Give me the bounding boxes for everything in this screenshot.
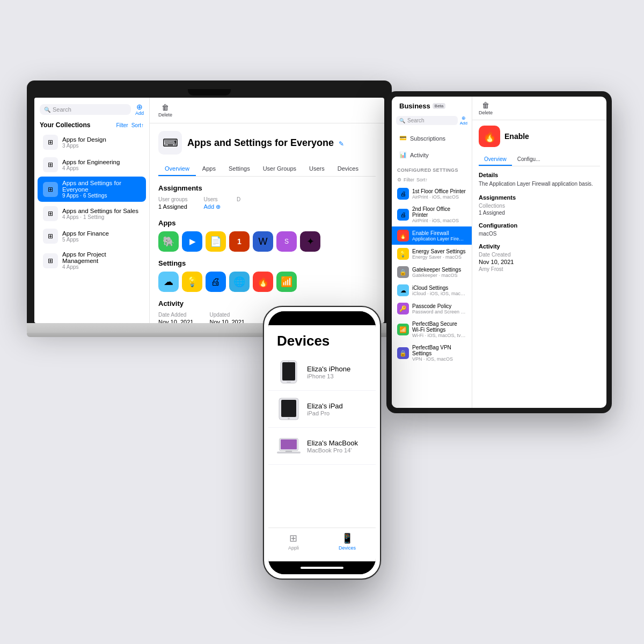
assignments-title: Assignments [479,194,600,201]
setting-icon[interactable]: 🖨 [206,272,226,292]
tablet-delete-button[interactable]: 🗑 Delete [479,101,493,115]
configuration-value: macOS [479,231,600,237]
activity-nav[interactable]: 📊 Activity [394,147,470,163]
detail-tab-overview[interactable]: Overview [479,153,512,166]
collection-icon: ⊞ [43,253,58,268]
phone-time: 9:41 [276,313,287,319]
collection-item[interactable]: ⊞ Apps for Engineering 4 Apps [38,154,146,175]
device-name: Eliza's iPad [307,402,367,410]
detail-tab-config[interactable]: Configu... [512,153,546,166]
collection-main-icon: ⌨ [158,131,182,155]
tab-settings[interactable]: Settings [222,162,257,176]
setting-item[interactable]: 🖨 2nd Floor Office Printer AirPrint · iO… [392,203,472,226]
setting-item[interactable]: 🔑 Passcode Policy Password and Screen Lo… [392,299,472,318]
collections-value: 1 Assigned [479,210,600,216]
setting-item[interactable]: ☁ iCloud Settings iCloud · iOS, iOS, mac… [392,281,472,299]
icloud-icon: ☁ [397,284,409,296]
collection-item-active[interactable]: ⊞ Apps and Settings for Everyone 9 Apps … [38,177,146,202]
collection-item[interactable]: ⊞ Apps for Finance 5 Apps [38,225,146,247]
macbook-icon [277,434,301,458]
apps-section-title: Apps [158,219,376,227]
collection-item[interactable]: ⊞ Apps and Settings for Sales 4 Apps · 1… [38,203,146,224]
vpn-icon: 🔒 [397,347,409,359]
setting-item[interactable]: 🔒 Gatekeeper Settings Gatekeeper · macOS [392,263,472,281]
app-icon[interactable]: W [253,231,273,252]
setting-icon[interactable]: 📶 [276,272,297,292]
users-add[interactable]: Add ⊕ [203,203,221,210]
detail-app-name: Enable [504,132,529,141]
passcode-icon: 🔑 [397,303,409,314]
app-icon[interactable]: 🐘 [158,231,179,252]
tablet-add-button[interactable]: ⊕ Add [460,115,467,126]
phone-device-item[interactable]: Eliza's iPad iPad Pro [268,391,376,428]
svg-rect-2 [287,382,291,383]
details-title: Details [479,172,600,178]
svg-rect-8 [281,440,297,449]
setting-item[interactable]: 🔒 PerfectBag VPN Settings VPN · iOS, mac… [392,341,472,365]
collection-icon: ⊞ [43,206,58,221]
tablet-search[interactable]: Search [407,118,425,123]
date-created-sub: Amy Frost [479,266,600,272]
svg-rect-5 [281,400,296,417]
search-icon: 🔍 [399,118,405,123]
details-text: The Application Layer Firewall applicati… [479,180,600,188]
device-sub: iPhone 13 [307,373,367,379]
delete-button[interactable]: 🗑 Delete [158,103,172,118]
filter-button[interactable]: Filter [116,122,128,128]
collection-item[interactable]: ⊞ Apps for Design 3 Apps [38,131,146,153]
svg-point-3 [288,361,289,362]
tab-devices[interactable]: Devices [331,162,365,176]
apps-row: 🐘 ▶ 📄 1 W S ✦ [158,231,376,252]
device-sub: MacBook Pro 14' [307,447,367,453]
svg-rect-10 [286,451,292,452]
phone-tab-devices[interactable]: 📱 Devices [339,532,356,551]
tablet-device: Business Beta 🔍 Search ⊕ Add [386,91,612,413]
gatekeeper-icon: 🔒 [397,266,409,278]
tab-users[interactable]: Users [303,162,331,176]
collections-label: Collections [479,203,600,209]
filter-label[interactable]: Filter [404,177,414,182]
subscriptions-nav[interactable]: 💳 Subscriptions [394,130,470,146]
app-icon[interactable]: S [276,231,297,252]
phone-tab-appli[interactable]: ⊞ Appli [288,532,299,551]
setting-icon[interactable]: 💡 [182,272,202,292]
user-groups-value: 1 Assigned [158,203,187,210]
app-icon[interactable]: 📄 [206,231,226,252]
tab-overview[interactable]: Overview [158,162,196,176]
phone-device-item[interactable]: Eliza's MacBook MacBook Pro 14' [268,428,376,465]
collection-icon: ⊞ [43,157,58,172]
nav-tabs: Overview Apps Settings User Groups Users… [158,162,376,177]
app-icon[interactable]: ✦ [300,231,320,252]
tab-apps[interactable]: Apps [196,162,222,176]
setting-item[interactable]: 💡 Energy Saver Settings Energy Saver · m… [392,245,472,263]
scene: 🔍 Search ⊕ Add Your Collections Filter S… [27,80,617,564]
sort-label[interactable]: Sort↑ [416,177,428,182]
app-icon[interactable]: ▶ [182,231,202,252]
printer-icon: 🖨 [397,209,409,221]
settings-section-title: Settings [158,259,376,267]
phone-signal: ●●● ▲ ■ [349,313,368,319]
users-label: Users [203,196,221,202]
phone-device-item[interactable]: Eliza's iPhone iPhone 13 [268,354,376,391]
setting-item[interactable]: 📶 PerfectBag Secure Wi-Fi Settings Wi-Fi… [392,318,472,341]
setting-icon[interactable]: 🔥 [253,272,273,292]
svg-point-6 [288,418,290,420]
tab-user-groups[interactable]: User Groups [257,162,303,176]
activity-section-title: Activity [479,243,600,250]
laptop-add-button[interactable]: ⊕ Add [135,103,144,116]
laptop-search-input[interactable]: Search [53,106,71,113]
collection-item[interactable]: ⊞ Apps for Project Management 4 Apps [38,248,146,273]
devices-icon: 📱 [341,532,353,544]
app-icon[interactable]: 1 [229,231,250,252]
tablet-sidebar: Business Beta 🔍 Search ⊕ Add [392,97,472,408]
setting-item-active[interactable]: 🔥 Enable Firewall Application Layer Fire… [392,226,472,245]
setting-item[interactable]: 🖨 1st Floor Office Printer AirPrint · iO… [392,185,472,203]
business-name: Business [399,102,430,110]
filter-icon: ⚙ [397,177,401,182]
edit-icon[interactable]: ✎ [339,140,344,148]
setting-icon[interactable]: ☁ [158,272,179,292]
date-added-value: Nov 10, 2021 [158,319,193,323]
setting-icon[interactable]: 🌐 [229,272,250,292]
sort-button[interactable]: Sort↑ [131,122,144,128]
device-sub: iPad Pro [307,410,367,416]
